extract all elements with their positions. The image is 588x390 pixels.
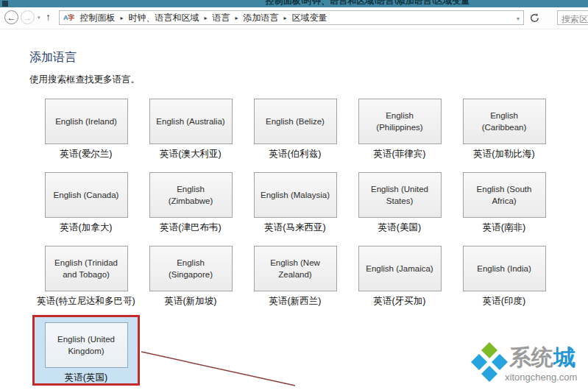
page-subtitle: 使用搜索框查找更多语言。 [29, 74, 140, 86]
language-tile[interactable]: English (Trinidad and Tobago) [45, 246, 128, 291]
language-region-icon: A字 [63, 13, 75, 23]
breadcrumb: 控制面板▸时钟、语言和区域▸语言▸添加语言▸区域变量 [79, 12, 329, 24]
language-caption: 英语(澳大利亚) [138, 148, 243, 160]
language-cell: English (Canada)英语(加拿大) [34, 167, 138, 241]
language-caption: 英语(印度) [452, 295, 556, 308]
language-caption: 英语(新西兰) [243, 295, 347, 308]
language-tile[interactable]: English (Philippines) [358, 99, 442, 144]
language-tile[interactable]: English (Jamaica) [358, 246, 442, 291]
language-caption: 英语(英国) [34, 372, 138, 384]
language-tile[interactable]: English (United Kingdom) [45, 322, 128, 368]
language-cell: English (Ireland)英语(爱尔兰) [34, 93, 138, 167]
language-cell: English (Philippines)英语(菲律宾) [347, 93, 452, 167]
breadcrumb-separator: ▸ [205, 15, 208, 21]
language-caption: 英语(马来西亚) [243, 221, 347, 234]
breadcrumb-item[interactable]: 控制面板 [79, 12, 117, 24]
language-cell: English (Zimbabwe)英语(津巴布韦) [138, 167, 243, 241]
language-cell-selected: English (United Kingdom)英语(英国) [34, 316, 138, 384]
language-caption: 英语(新加坡) [138, 295, 243, 308]
language-tile[interactable]: English (Ireland) [45, 99, 128, 144]
language-caption: 英语(美国) [347, 221, 452, 234]
breadcrumb-item[interactable]: 区域变量 [291, 12, 329, 24]
language-caption: 英语(加拿大) [34, 221, 138, 234]
language-cell: English (Trinidad and Tobago)英语(特立尼达和多巴哥… [34, 241, 138, 314]
language-tile[interactable]: English (Belize) [254, 99, 337, 144]
language-tile[interactable]: English (Zimbabwe) [149, 172, 233, 218]
language-cell: English (Caribbean)英语(加勒比海) [452, 93, 556, 167]
language-cell: English (Singapore)英语(新加坡) [138, 241, 243, 314]
language-cell: English (Australia)英语(澳大利亚) [138, 93, 243, 167]
language-cell: English (India)英语(印度) [452, 241, 556, 314]
address-bar[interactable]: A字 控制面板▸时钟、语言和区域▸语言▸添加语言▸区域变量 ▾ [59, 10, 524, 25]
language-caption: 英语(菲律宾) [347, 148, 452, 160]
breadcrumb-item[interactable]: 添加语言 [242, 12, 280, 24]
language-tile[interactable]: English (Malaysia) [254, 172, 337, 218]
language-caption: 英语(牙买加) [347, 295, 452, 308]
language-tile[interactable]: English (Singapore) [149, 246, 233, 291]
breadcrumb-separator: ▸ [235, 15, 238, 21]
language-tile[interactable]: English (South Africa) [463, 172, 546, 218]
up-button[interactable]: ↑ [46, 11, 51, 23]
breadcrumb-item[interactable]: 语言 [211, 12, 232, 24]
address-dropdown-icon[interactable]: ▾ [517, 15, 520, 22]
navigation-bar: ← → ▾ ↑ A字 控制面板▸时钟、语言和区域▸语言▸添加语言▸区域变量 ▾ … [0, 7, 588, 29]
language-tile[interactable]: English (Australia) [149, 99, 233, 144]
language-caption: 英语(加勒比海) [452, 148, 556, 160]
language-cell: English (Belize)英语(伯利兹) [243, 93, 347, 167]
search-input[interactable]: 搜索区 [557, 10, 588, 25]
watermark-brand: 系统城 [509, 343, 575, 373]
language-cell: English (United States)英语(美国) [347, 167, 452, 241]
breadcrumb-separator: ▸ [284, 15, 287, 21]
language-caption: 英语(津巴布韦) [138, 221, 243, 234]
page-title: 添加语言 [29, 50, 77, 65]
language-caption: 英语(南非) [452, 221, 556, 234]
language-tile[interactable]: English (United States) [358, 172, 442, 218]
language-tile[interactable]: English (Caribbean) [463, 99, 546, 144]
refresh-icon[interactable] [529, 13, 540, 24]
breadcrumb-item[interactable]: 时钟、语言和区域 [127, 12, 201, 24]
window-titlebar: 控制面板\时钟、语言和区域\语言\添加语言\区域变量 [0, 0, 588, 7]
forward-button[interactable]: → [21, 10, 35, 24]
language-cell: English (Malaysia)英语(马来西亚) [243, 167, 347, 241]
logo-diamonds [471, 342, 508, 382]
language-cell: English (South Africa)英语(南非) [452, 167, 556, 241]
watermark: 系统城 xitongcheng.com [470, 337, 587, 390]
window-title: 控制面板\时钟、语言和区域\语言\添加语言\区域变量 [74, 0, 588, 7]
language-tile[interactable]: English (Canada) [45, 172, 128, 218]
language-caption: 英语(伯利兹) [243, 148, 347, 160]
history-dropdown-icon[interactable]: ▾ [38, 15, 40, 21]
language-cell: English (Jamaica)英语(牙买加) [347, 241, 452, 314]
breadcrumb-separator: ▸ [121, 15, 124, 21]
language-tile[interactable]: English (India) [463, 246, 546, 291]
language-caption: 英语(特立尼达和多巴哥) [34, 295, 138, 308]
language-tile[interactable]: English (New Zealand) [254, 246, 337, 291]
back-button[interactable]: ← [4, 10, 18, 24]
language-caption: 英语(爱尔兰) [34, 148, 138, 160]
language-cell: English (New Zealand)英语(新西兰) [243, 241, 347, 314]
watermark-domain: xitongcheng.com [505, 372, 577, 383]
window-icon [2, 1, 8, 7]
